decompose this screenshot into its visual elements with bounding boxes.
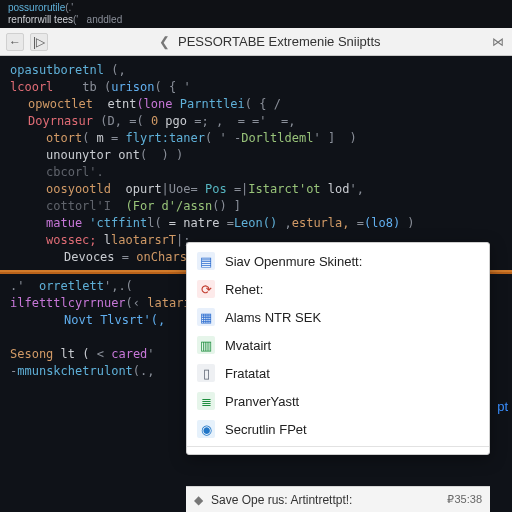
footer-icon: ◆ (194, 493, 203, 507)
sheet-green-icon: ▥ (197, 336, 215, 354)
menu-item-2[interactable]: ▦Alams NTR SEK (187, 303, 489, 331)
code-line: unounytor ont( ) ) (10, 147, 502, 164)
code-line: cottorl'I (For d'/assn() ] (10, 198, 502, 215)
side-hint[interactable]: pt (497, 398, 508, 415)
menu-item-label: Secrutlin FPet (225, 422, 307, 437)
top-code-strip: possurorutile(.' renforrwill tees(' andd… (0, 0, 512, 28)
code-line: oosyootld opurt|Uoe= Pos =|Istarct'ot lo… (10, 181, 502, 198)
grid-icon: ▦ (197, 308, 215, 326)
menu-item-label: Fratatat (225, 366, 270, 381)
menu-item-4[interactable]: ▯Fratatat (187, 359, 489, 387)
menu-item-1[interactable]: ⟳Rehet: (187, 275, 489, 303)
back-button[interactable]: ← (6, 33, 24, 51)
code-line: cbcorl'. (10, 164, 502, 181)
menu-item-label: PranverYastt (225, 394, 299, 409)
footer-meta: ₽35:38 (447, 493, 482, 506)
menu-item-label: Mvatairt (225, 338, 271, 353)
code-line: matue 'ctffintl( = natre =Leon() ,esturl… (10, 215, 502, 232)
chevron-left-icon: ❮ (159, 34, 170, 49)
title-right-icon[interactable]: ⋈ (492, 35, 506, 49)
footer-bar: ◆ Save Ope rus: Artintrettpt!: ₽35:38 (186, 486, 490, 512)
context-menu: ▤Siav Openmure Skinett:⟳Rehet:▦Alams NTR… (186, 242, 490, 455)
title-bar: ← |▷ ❮ PESSORTABE Extremenie Sniiptts ⋈ (0, 28, 512, 56)
page-title: ❮ PESSORTABE Extremenie Sniiptts (54, 34, 486, 49)
code-line: opwoctlet etnt(lone Parnttlei( { / (10, 96, 502, 113)
menu-item-5[interactable]: ≣PranverYastt (187, 387, 489, 415)
shield-icon: ◉ (197, 420, 215, 438)
page-icon: ▯ (197, 364, 215, 382)
menu-item-label: Alams NTR SEK (225, 310, 321, 325)
menu-item-label: Siav Openmure Skinett: (225, 254, 362, 269)
menu-item-6[interactable]: ◉Secrutlin FPet (187, 415, 489, 443)
document-lines-icon: ▤ (197, 252, 215, 270)
code-line: lcoorl tb (urison( { ' (10, 79, 502, 96)
code-line: opasutboretnl (, (10, 62, 502, 79)
menu-item-label: Rehet: (225, 282, 263, 297)
footer-label[interactable]: Save Ope rus: Artintrettpt!: (211, 493, 352, 507)
forward-button[interactable]: |▷ (30, 33, 48, 51)
menu-separator (187, 446, 489, 447)
code-line: Doyrnasur (D, =( 0 pgo =; , = =' =, (10, 113, 502, 130)
code-line: otort( m = flyrt:taner( ' -Dorltldeml' ]… (10, 130, 502, 147)
title-label: PESSORTABE Extremenie Sniiptts (178, 34, 381, 49)
layers-icon: ≣ (197, 392, 215, 410)
refresh-page-icon: ⟳ (197, 280, 215, 298)
menu-item-3[interactable]: ▥Mvatairt (187, 331, 489, 359)
menu-item-0[interactable]: ▤Siav Openmure Skinett: (187, 247, 489, 275)
